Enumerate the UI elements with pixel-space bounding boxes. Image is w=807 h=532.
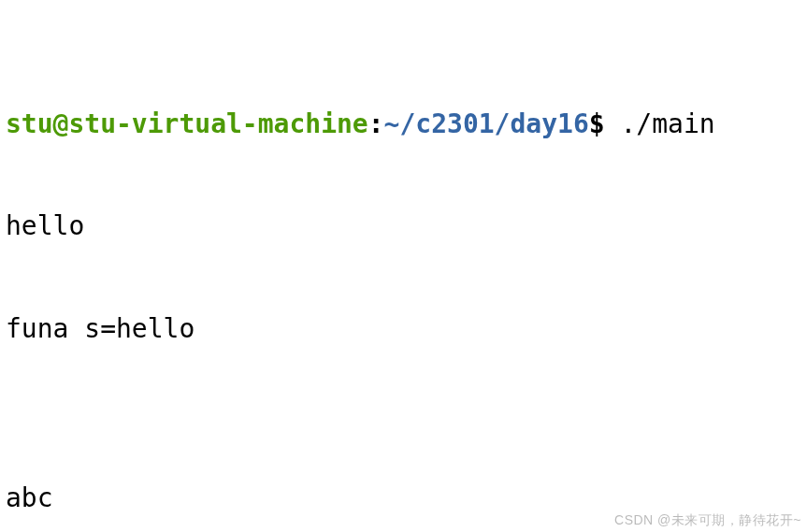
output-line: hello xyxy=(6,209,801,243)
prompt-line-1: stu@stu-virtual-machine:~/c2301/day16$ .… xyxy=(6,74,801,142)
prompt-path: ~/c2301/day16 xyxy=(384,108,589,139)
output-line: abc xyxy=(6,482,801,515)
command-text: ./main xyxy=(620,108,714,139)
output-line: funa s=hello xyxy=(6,312,801,346)
prompt-sep-colon: : xyxy=(368,108,384,139)
terminal[interactable]: stu@stu-virtual-machine:~/c2301/day16$ .… xyxy=(6,6,801,532)
prompt-user: stu@stu-virtual-machine xyxy=(6,108,368,139)
prompt-sep-dollar: $ xyxy=(589,108,621,139)
